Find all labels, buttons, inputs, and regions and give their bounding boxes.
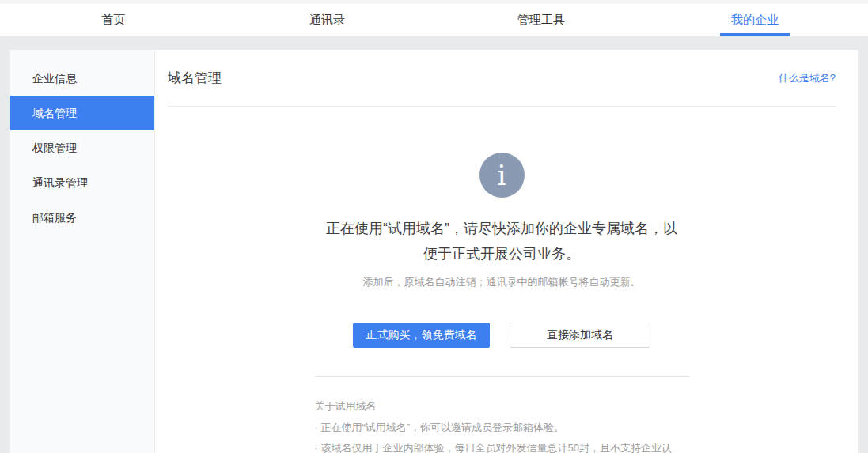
what-is-domain-link[interactable]: 什么是域名? (779, 71, 836, 85)
notice-message-line1: 正在使用“试用域名”，请尽快添加你的企业专属域名，以 (168, 216, 836, 241)
content-header: 域名管理 什么是域名? (168, 69, 836, 87)
notes-item-1: · 正在使用“试用域名”，你可以邀请成员登录邮箱体验。 (315, 417, 689, 438)
buy-domain-button[interactable]: 正式购买，领免费域名 (353, 323, 490, 348)
info-icon: i (479, 153, 525, 198)
sidebar-item-enterprise-info[interactable]: 企业信息 (10, 61, 154, 96)
nav-tab-home[interactable]: 首页 (6, 4, 220, 36)
nav-tab-admin-tools[interactable]: 管理工具 (434, 4, 648, 36)
info-icon-glyph: i (497, 161, 506, 190)
nav-tab-label: 首页 (101, 13, 125, 28)
nav-tab-label: 通讯录 (309, 13, 345, 28)
action-buttons: 正式购买，领免费域名 直接添加域名 (168, 323, 836, 348)
notice-message-line2: 便于正式开展公司业务。 (168, 241, 836, 266)
notes-divider (315, 376, 689, 377)
notes-heading: 关于试用域名 (315, 398, 689, 414)
sidebar-item-permission-management[interactable]: 权限管理 (10, 130, 154, 165)
active-tab-underline (720, 33, 790, 36)
notice-sub-message: 添加后，原域名自动注销；通讯录中的邮箱帐号将自动更新。 (168, 275, 836, 289)
nav-tab-contacts[interactable]: 通讯录 (220, 4, 434, 36)
nav-tab-my-enterprise[interactable]: 我的企业 (648, 4, 862, 36)
sidebar-item-domain-management[interactable]: 域名管理 (10, 96, 154, 130)
sidebar-item-mailbox-service[interactable]: 邮箱服务 (10, 200, 154, 235)
page-title: 域名管理 (168, 69, 222, 87)
notice-message: 正在使用“试用域名”，请尽快添加你的企业专属域名，以 便于正式开展公司业务。 (168, 216, 836, 266)
top-navbar: 首页 通讯录 管理工具 我的企业 (0, 4, 868, 36)
trial-domain-notice: i 正在使用“试用域名”，请尽快添加你的企业专属域名，以 便于正式开展公司业务。… (168, 107, 836, 348)
trial-domain-notes: 关于试用域名 · 正在使用“试用域名”，你可以邀请成员登录邮箱体验。 · 该域名… (315, 398, 689, 453)
nav-tab-label: 我的企业 (731, 13, 779, 28)
sidebar-item-contacts-management[interactable]: 通讯录管理 (10, 165, 154, 200)
notes-item-2: · 该域名仅用于企业内部体验，每日全员对外发信量总计50封，且不支持企业认证。 (315, 438, 689, 453)
sidebar: 企业信息 域名管理 权限管理 通讯录管理 邮箱服务 (10, 50, 155, 453)
content-area: 域名管理 什么是域名? i 正在使用“试用域名”，请尽快添加你的企业专属域名，以… (155, 50, 858, 453)
add-domain-button[interactable]: 直接添加域名 (510, 323, 650, 348)
nav-tab-label: 管理工具 (517, 13, 565, 28)
main-panel: 企业信息 域名管理 权限管理 通讯录管理 邮箱服务 域名管理 什么是域名? i … (10, 50, 858, 453)
